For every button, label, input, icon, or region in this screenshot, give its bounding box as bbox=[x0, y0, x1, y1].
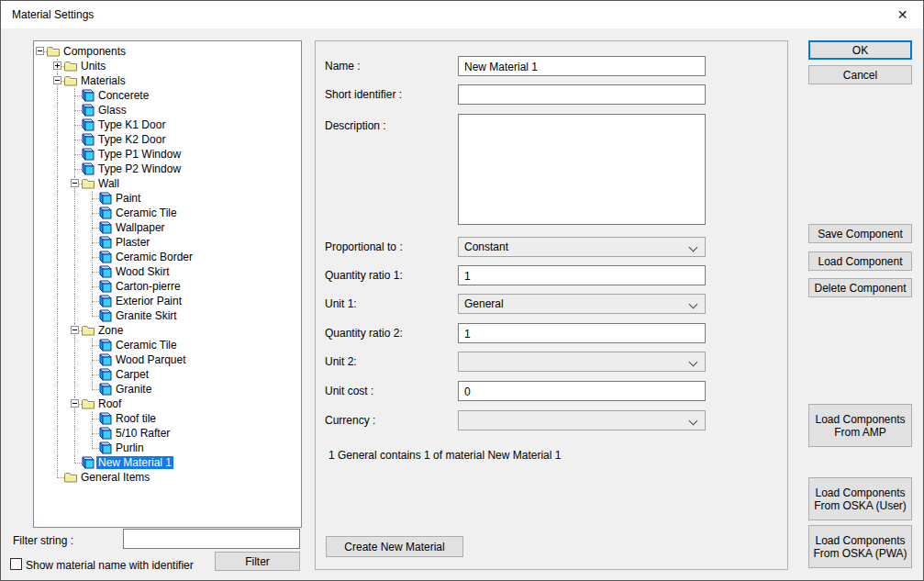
tree-item-label[interactable]: 5/10 Rafter bbox=[114, 427, 172, 440]
tree-item-label[interactable]: Glass bbox=[96, 104, 128, 117]
load-component-button[interactable]: Load Component bbox=[808, 251, 912, 271]
tree-guide-line bbox=[92, 316, 99, 317]
tree-item-label[interactable]: Wall bbox=[96, 177, 121, 190]
tree-guide-line bbox=[57, 308, 58, 323]
tree-item-materials[interactable]: Materials bbox=[34, 73, 301, 88]
tree-item-purlin[interactable]: Purlin bbox=[34, 441, 301, 455]
tree-item-label[interactable]: Purlin bbox=[114, 441, 146, 454]
tree-item-label[interactable]: Plaster bbox=[114, 236, 151, 249]
tree-item-label[interactable]: Zone bbox=[96, 324, 125, 337]
tree-item-granite[interactable]: Granite bbox=[34, 382, 301, 397]
tree-item-paint[interactable]: Paint bbox=[34, 191, 301, 206]
unit-1-select[interactable]: General bbox=[458, 294, 706, 314]
tree-item-label[interactable]: Type K2 Door bbox=[96, 133, 167, 146]
tree-item-label[interactable]: Granite Skirt bbox=[114, 309, 179, 322]
description-input[interactable] bbox=[458, 114, 706, 225]
load-components-from-oska-pwa-button[interactable]: Load Components From OSKA (PWA) bbox=[808, 525, 912, 568]
tree-guide-line bbox=[92, 228, 99, 229]
tree-item-label[interactable]: Wood Parquet bbox=[114, 353, 188, 366]
tree-item-plaster[interactable]: Plaster bbox=[34, 235, 301, 250]
currency-select[interactable] bbox=[458, 410, 706, 430]
tree-item-5-10-rafter[interactable]: 5/10 Rafter bbox=[34, 426, 301, 441]
component-tree[interactable]: ComponentsUnitsMaterialsConcereteGlassTy… bbox=[33, 40, 302, 528]
tree-item-label[interactable]: General Items bbox=[79, 471, 151, 484]
tree-item-components[interactable]: Components bbox=[34, 44, 301, 59]
tree-item-label[interactable]: Concerete bbox=[96, 89, 150, 102]
tree-item-label[interactable]: Wallpaper bbox=[114, 221, 167, 234]
cancel-button[interactable]: Cancel bbox=[808, 65, 912, 84]
collapse-icon[interactable] bbox=[71, 326, 79, 334]
collapse-icon[interactable] bbox=[71, 179, 79, 187]
tree-item-carpet[interactable]: Carpet bbox=[34, 367, 301, 382]
collapse-icon[interactable] bbox=[36, 47, 44, 55]
short-identifier-input[interactable] bbox=[458, 84, 706, 105]
proportional-to-select[interactable]: Constant bbox=[458, 237, 706, 257]
tree-item-ceramic-border[interactable]: Ceramic Border bbox=[34, 250, 301, 264]
material-cube-icon bbox=[99, 295, 112, 307]
tree-item-label[interactable]: Materials bbox=[79, 74, 128, 87]
tree-item-wood-parquet[interactable]: Wood Parquet bbox=[34, 352, 301, 367]
tree-item-label[interactable]: Ceramic Tile bbox=[114, 207, 179, 219]
tree-item-wallpaper[interactable]: Wallpaper bbox=[34, 220, 301, 235]
tree-guide-line bbox=[57, 264, 58, 279]
unit-2-select[interactable] bbox=[458, 352, 706, 372]
quantity-ratio-2-input[interactable] bbox=[458, 323, 706, 343]
tree-item-label[interactable]: Roof tile bbox=[114, 412, 158, 425]
tree-item-general-items[interactable]: General Items bbox=[34, 470, 301, 485]
tree-item-roof[interactable]: Roof bbox=[34, 397, 301, 411]
tree-item-units[interactable]: Units bbox=[34, 59, 301, 73]
tree-item-label[interactable]: Type P1 Window bbox=[96, 148, 183, 161]
tree-item-label[interactable]: Units bbox=[79, 60, 107, 73]
tree-item-label[interactable]: Ceramic Border bbox=[114, 251, 195, 263]
collapse-icon[interactable] bbox=[71, 399, 79, 408]
tree-item-wood-skirt[interactable]: Wood Skirt bbox=[34, 264, 301, 279]
tree-item-type-k2-door[interactable]: Type K2 Door bbox=[34, 132, 301, 147]
tree-item-new-material-1[interactable]: New Material 1 bbox=[34, 455, 301, 470]
tree-item-type-k1-door[interactable]: Type K1 Door bbox=[34, 117, 301, 132]
name-input[interactable] bbox=[458, 56, 706, 76]
show-identifier-checkbox[interactable] bbox=[10, 558, 22, 570]
tree-item-ceramic-tile[interactable]: Ceramic Tile bbox=[34, 338, 301, 352]
delete-component-button[interactable]: Delete Component bbox=[808, 278, 912, 297]
save-component-button[interactable]: Save Component bbox=[808, 224, 912, 243]
tree-item-label[interactable]: Components bbox=[61, 45, 128, 58]
tree-item-granite-skirt[interactable]: Granite Skirt bbox=[34, 308, 301, 323]
tree-guide-line bbox=[92, 286, 99, 287]
filter-string-input[interactable] bbox=[123, 529, 300, 549]
tree-item-label[interactable]: Ceramic Tile bbox=[114, 339, 179, 352]
tree-item-glass[interactable]: Glass bbox=[34, 103, 301, 117]
tree-item-zone[interactable]: Zone bbox=[34, 323, 301, 338]
tree-item-label[interactable]: New Material 1 bbox=[96, 456, 173, 469]
tree-guide-line bbox=[92, 433, 99, 434]
tree-guide-line bbox=[57, 367, 58, 382]
tree-item-label[interactable]: Type K1 Door bbox=[96, 118, 167, 131]
tree-item-label[interactable]: Wood Skirt bbox=[114, 265, 171, 278]
collapse-icon[interactable] bbox=[53, 76, 61, 84]
tree-item-type-p2-window[interactable]: Type P2 Window bbox=[34, 162, 301, 176]
tree-guide-line bbox=[57, 382, 58, 397]
load-components-from-amp-button[interactable]: Load Components From AMP bbox=[808, 404, 912, 447]
close-icon[interactable]: ✕ bbox=[882, 1, 923, 28]
tree-item-label[interactable]: Carton-pierre bbox=[114, 280, 183, 293]
quantity-ratio-1-input[interactable] bbox=[458, 265, 706, 285]
load-components-from-oska-user-button[interactable]: Load Components From OSKA (User) bbox=[808, 477, 912, 520]
tree-item-type-p1-window[interactable]: Type P1 Window bbox=[34, 147, 301, 162]
tree-item-label[interactable]: Type P2 Window bbox=[96, 162, 183, 175]
create-new-material-button[interactable]: Create New Material bbox=[326, 536, 463, 557]
filter-button[interactable]: Filter bbox=[215, 552, 300, 571]
tree-item-label[interactable]: Carpet bbox=[114, 368, 150, 381]
tree-item-label[interactable]: Granite bbox=[114, 383, 153, 396]
tree-item-exterior-paint[interactable]: Exterior Paint bbox=[34, 294, 301, 308]
tree-item-ceramic-tile[interactable]: Ceramic Tile bbox=[34, 206, 301, 220]
expand-icon[interactable] bbox=[53, 61, 61, 70]
tree-item-label[interactable]: Exterior Paint bbox=[114, 295, 184, 307]
tree-item-carton-pierre[interactable]: Carton-pierre bbox=[34, 279, 301, 294]
tree-item-label[interactable]: Roof bbox=[96, 397, 123, 410]
tree-item-roof-tile[interactable]: Roof tile bbox=[34, 411, 301, 426]
unit-cost-input[interactable] bbox=[458, 381, 706, 401]
tree-item-label[interactable]: Paint bbox=[114, 192, 142, 205]
tree-item-concerete[interactable]: Concerete bbox=[34, 88, 301, 103]
ok-button[interactable]: OK bbox=[808, 40, 912, 60]
tree-guide-line bbox=[57, 279, 58, 294]
tree-item-wall[interactable]: Wall bbox=[34, 176, 301, 191]
